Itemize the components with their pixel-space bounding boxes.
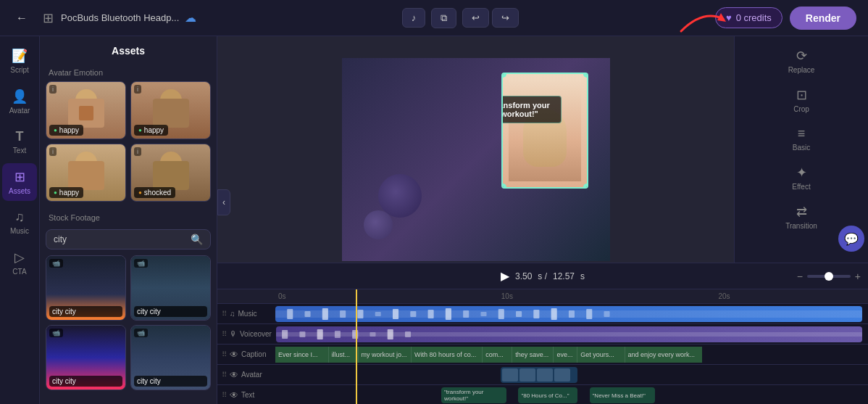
sidebar-item-cta[interactable]: ▷ CTA bbox=[2, 244, 37, 281]
music-block[interactable] bbox=[275, 306, 862, 322]
svg-rect-19 bbox=[586, 309, 592, 319]
timeline-ruler: 0s 10s 20s bbox=[217, 289, 868, 304]
emotion-card-1[interactable]: i ● happy bbox=[46, 81, 126, 139]
text-block-1[interactable]: "transform your workout!" bbox=[441, 387, 506, 403]
voiceover-block[interactable] bbox=[276, 326, 862, 342]
emotion-card-2[interactable]: i ● happy bbox=[130, 81, 211, 139]
chat-button[interactable]: 💬 bbox=[838, 226, 864, 252]
sidebar-item-text[interactable]: T Text bbox=[2, 123, 37, 160]
caption-seg-6[interactable]: they save... bbox=[512, 347, 554, 363]
emotion-card-3[interactable]: i ● happy bbox=[46, 144, 126, 202]
zoom-out-button[interactable]: − bbox=[797, 271, 803, 282]
sidebar-item-avatar[interactable]: 👤 Avatar bbox=[2, 83, 37, 120]
sidebar-item-music[interactable]: ♫ Music bbox=[2, 204, 37, 241]
text-vis-icon[interactable]: 👁 bbox=[230, 390, 238, 400]
render-button[interactable]: Render bbox=[790, 7, 856, 30]
svg-rect-23 bbox=[299, 331, 305, 337]
svg-rect-10 bbox=[428, 310, 434, 318]
right-item-transition[interactable]: ⇄ Transition bbox=[769, 198, 834, 236]
handle-br[interactable] bbox=[583, 184, 588, 189]
preview-canvas: "transform your workout!" bbox=[342, 58, 610, 261]
preview-inset[interactable]: "transform your workout!" bbox=[501, 73, 588, 189]
avatar-vis-icon[interactable]: 👁 bbox=[230, 370, 238, 380]
copy-button[interactable]: ⧉ bbox=[431, 8, 456, 28]
copy-icon: ⧉ bbox=[441, 12, 447, 23]
video-icon-4: 📹 bbox=[137, 329, 145, 337]
zoom-slider-thumb[interactable] bbox=[825, 272, 833, 281]
undo-redo-group: ↩ ↪ bbox=[462, 8, 519, 28]
emotion-grid: i ● happy i ● happy bbox=[40, 81, 217, 207]
caption-seg-5[interactable]: com... bbox=[483, 347, 512, 363]
topbar: ← ⊞ PocBuds Bluetooth Headp... ☁ ♪ ⧉ ↩ ↪… bbox=[0, 0, 868, 36]
playhead[interactable] bbox=[356, 289, 357, 404]
track-name-avatar: ⠿ 👁 Avatar bbox=[217, 370, 275, 380]
svg-rect-2 bbox=[287, 309, 293, 319]
svg-rect-17 bbox=[551, 308, 557, 320]
emotion-top-label-1: i bbox=[49, 85, 57, 94]
credits-button[interactable]: ♥ 0 credits bbox=[715, 7, 783, 28]
footage-card-1[interactable]: 📹 city city bbox=[46, 255, 126, 321]
drag-handle-avatar[interactable]: ⠿ bbox=[222, 371, 227, 379]
svg-rect-14 bbox=[498, 309, 504, 319]
undo-button[interactable]: ↩ bbox=[462, 8, 489, 28]
track-row-caption: ⠿ 👁 Caption Ever since I... illust... my… bbox=[217, 345, 868, 365]
back-button[interactable]: ← bbox=[9, 8, 35, 28]
replace-icon: ⟳ bbox=[796, 48, 807, 64]
handle-bl[interactable] bbox=[501, 184, 506, 189]
emotion-card-4[interactable]: i ● shocked bbox=[130, 144, 211, 202]
waveform-voiceover bbox=[276, 326, 862, 342]
caption-seg-2[interactable]: illust... bbox=[329, 347, 359, 363]
caption-seg-7[interactable]: eve... bbox=[554, 347, 577, 363]
caption-vis-icon[interactable]: 👁 bbox=[230, 350, 238, 360]
avatar-thumb-4 bbox=[554, 368, 570, 382]
avatar-thumb-2 bbox=[519, 368, 535, 382]
transition-icon: ⇄ bbox=[796, 204, 807, 220]
avatar-block[interactable] bbox=[501, 367, 577, 383]
svg-rect-13 bbox=[480, 312, 486, 316]
redo-button[interactable]: ↪ bbox=[492, 8, 519, 28]
heart-icon: ♥ bbox=[726, 12, 732, 23]
caption-seg-9[interactable]: and enjoy every work... bbox=[625, 347, 702, 363]
sidebar-item-assets[interactable]: ⊞ Assets bbox=[2, 163, 37, 201]
right-item-basic[interactable]: ≡ Basic bbox=[769, 120, 834, 157]
zoom-in-icon: + bbox=[855, 271, 861, 282]
sidebar-item-script[interactable]: 📝 Script bbox=[2, 42, 37, 80]
footage-card-4[interactable]: 📹 city city bbox=[130, 325, 211, 390]
track-row-avatar: ⠿ 👁 Avatar bbox=[217, 365, 868, 385]
zoom-slider[interactable] bbox=[807, 275, 851, 278]
zoom-in-button[interactable]: + bbox=[855, 271, 861, 282]
drag-handle-music[interactable]: ⠿ bbox=[222, 310, 227, 318]
timeline-header: ▶ 3.50 s / 12.57 s − + bbox=[217, 263, 868, 289]
drag-handle-caption[interactable]: ⠿ bbox=[222, 350, 227, 358]
play-button[interactable]: ▶ bbox=[501, 269, 509, 283]
svg-rect-28 bbox=[388, 329, 393, 339]
text-block-2[interactable]: "80 Hours of Co..." bbox=[518, 387, 577, 403]
footage-card-3[interactable]: 📹 city city bbox=[46, 325, 126, 390]
effect-icon: ✦ bbox=[796, 165, 807, 181]
emotion-top-label-3: i bbox=[49, 147, 57, 156]
footage-label-1: city city bbox=[49, 306, 122, 317]
collapse-panel-button[interactable]: ‹ bbox=[217, 189, 230, 215]
footage-top-label-2: 📹 bbox=[134, 259, 148, 268]
track-name-text: ⠿ 👁 Text bbox=[217, 390, 275, 400]
caption-seg-3[interactable]: my workout jo... bbox=[359, 347, 412, 363]
caption-seg-1[interactable]: Ever since I... bbox=[275, 347, 329, 363]
right-item-replace[interactable]: ⟳ Replace bbox=[769, 42, 834, 80]
footage-card-2[interactable]: 📹 city city bbox=[130, 255, 211, 321]
text-block-3[interactable]: "Never Miss a Beat!" bbox=[590, 387, 655, 403]
caption-seg-8[interactable]: Get yours... bbox=[577, 347, 625, 363]
current-time: 3.50 bbox=[515, 271, 532, 281]
drag-handle-text[interactable]: ⠿ bbox=[222, 391, 227, 399]
right-item-crop[interactable]: ⊡ Crop bbox=[769, 81, 834, 119]
topbar-center: ♪ ⧉ ↩ ↪ bbox=[217, 8, 704, 28]
ruler-mark-10s: 10s bbox=[501, 289, 513, 303]
drag-handle-voiceover[interactable]: ⠿ bbox=[222, 330, 227, 338]
caption-seg-4[interactable]: With 80 hours of co... bbox=[412, 347, 483, 363]
search-input[interactable] bbox=[54, 234, 191, 244]
svg-rect-12 bbox=[463, 310, 469, 318]
render-label: Render bbox=[806, 12, 840, 24]
timeline-zoom: − + bbox=[797, 271, 861, 282]
tiktok-button[interactable]: ♪ bbox=[402, 8, 426, 28]
right-item-effect[interactable]: ✦ Effect bbox=[769, 159, 834, 197]
time-unit: s bbox=[580, 271, 585, 281]
